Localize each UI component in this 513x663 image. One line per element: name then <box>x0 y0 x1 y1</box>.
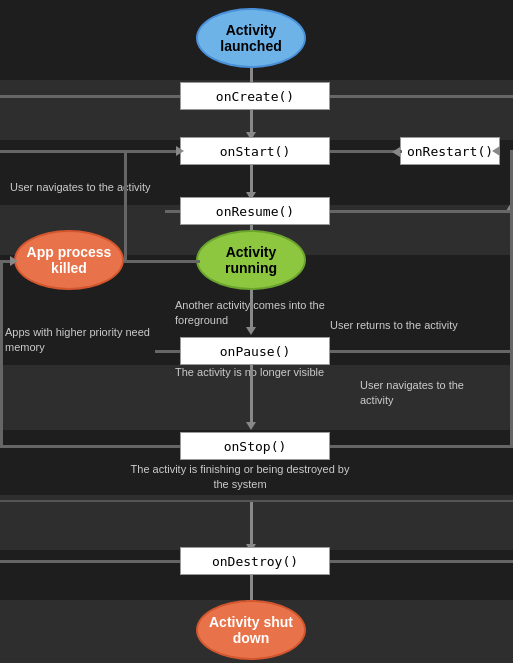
line-killed-up <box>124 150 127 260</box>
killed-label: App process killed <box>16 244 122 276</box>
line-right-oncreate <box>330 95 513 98</box>
separator-line <box>0 500 513 502</box>
running-label: Activity running <box>198 244 304 276</box>
lifecycle-diagram: Activity launched onCreate() onStart() o… <box>0 0 513 663</box>
ondestroy-box: onDestroy() <box>180 547 330 575</box>
line-left-vertical <box>0 260 3 445</box>
finishing-label: The activity is finishing or being destr… <box>130 462 350 493</box>
arrow-onrestart-to-onstart <box>392 147 400 157</box>
user-navigates-label: User navigates to the activity <box>10 180 170 195</box>
arrow-to-killed <box>10 256 18 266</box>
onrestart-box: onRestart() <box>400 137 500 165</box>
line-killed-to-onstart <box>124 150 180 153</box>
line-left-onresume <box>165 210 180 213</box>
line-right-ondestroy <box>330 560 513 563</box>
user-returns-label: User returns to the activity <box>330 318 460 333</box>
activity-running-node: Activity running <box>196 230 306 290</box>
arrow-to-onstop <box>246 422 256 430</box>
arrow-to-onpause <box>246 327 256 335</box>
line-left-onpause <box>155 350 180 353</box>
line-return-connect <box>330 210 510 213</box>
line-running-onpause <box>250 290 253 330</box>
line-left-ondestroy <box>0 560 180 563</box>
arrow-killed-onstart <box>176 146 184 156</box>
user-navigates-to-label: User navigates to the activity <box>360 378 500 409</box>
onstart-box: onStart() <box>180 137 330 165</box>
line-top-connect <box>400 150 402 153</box>
arrow-to-onrestart <box>492 146 500 156</box>
section-8 <box>0 495 513 550</box>
line-ondestroy-shutdown <box>250 575 253 603</box>
line-onstop-right <box>400 445 513 448</box>
onresume-box: onResume() <box>180 197 330 225</box>
line-killed-right <box>124 260 200 263</box>
app-process-killed-node: App process killed <box>14 230 124 290</box>
shutdown-label: Activity shut down <box>198 614 304 646</box>
line-to-ondestroy <box>250 502 253 547</box>
line-left-oncreate <box>0 95 180 98</box>
line-right-onpause <box>330 350 513 353</box>
onstop-box: onStop() <box>180 432 330 460</box>
onpause-box: onPause() <box>180 337 330 365</box>
apps-priority-label: Apps with higher priority need memory <box>5 325 160 356</box>
oncreate-box: onCreate() <box>180 82 330 110</box>
line-onstart-onresume <box>250 165 253 195</box>
line-onstop-left <box>0 445 125 448</box>
activity-shutdown-node: Activity shut down <box>196 600 306 660</box>
launched-label: Activity launched <box>198 22 304 54</box>
line-onpause-onstop <box>250 365 253 425</box>
activity-launched-node: Activity launched <box>196 8 306 68</box>
